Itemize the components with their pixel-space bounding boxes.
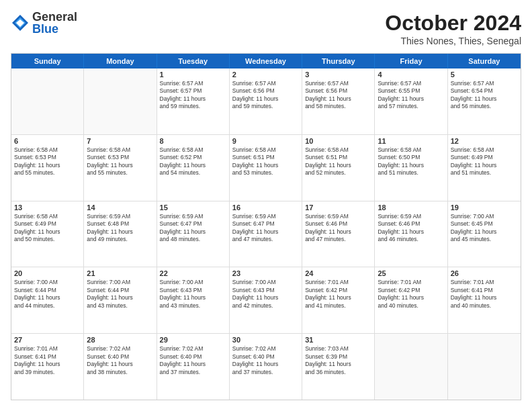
cell-info-line: Daylight: 11 hours (305, 361, 371, 368)
cell-info-line: Daylight: 11 hours (232, 95, 299, 103)
day-number: 25 (378, 269, 444, 277)
day-number: 5 (451, 71, 518, 79)
cell-info-line: and 58 minutes. (305, 103, 371, 110)
calendar-week-row: 13Sunrise: 6:58 AMSunset: 6:49 PMDayligh… (11, 201, 521, 268)
day-number: 29 (160, 336, 226, 344)
cell-info-line: Sunrise: 6:59 AM (87, 213, 153, 220)
cell-info-line: Sunrise: 7:00 AM (87, 279, 153, 286)
cell-info-line: and 38 minutes. (87, 369, 153, 376)
cell-info-line: and 51 minutes. (451, 169, 518, 177)
cell-info-line: Sunset: 6:49 PM (14, 220, 81, 228)
subtitle: Thies Nones, Thies, Senegal (385, 36, 521, 46)
cell-info-line: Daylight: 11 hours (232, 228, 299, 236)
day-number: 10 (305, 137, 371, 145)
calendar-cell: 15Sunrise: 6:59 AMSunset: 6:47 PMDayligh… (157, 201, 230, 267)
cell-info-line: Sunset: 6:45 PM (451, 220, 518, 228)
cell-info-line: Sunrise: 6:59 AM (160, 213, 226, 220)
day-number: 23 (232, 269, 299, 277)
cell-info-line: Daylight: 11 hours (378, 294, 444, 302)
calendar-cell: 21Sunrise: 7:00 AMSunset: 6:44 PMDayligh… (84, 267, 157, 333)
cell-info-line: Sunset: 6:40 PM (160, 353, 226, 361)
cell-info-line: and 54 minutes. (160, 169, 226, 177)
cell-info-line: Sunset: 6:49 PM (451, 154, 518, 161)
calendar-week-row: 1Sunrise: 6:57 AMSunset: 6:57 PMDaylight… (11, 68, 521, 135)
cell-info-line: Sunrise: 6:58 AM (378, 146, 444, 154)
calendar-cell: 9Sunrise: 6:58 AMSunset: 6:51 PMDaylight… (230, 135, 302, 201)
day-number: 21 (87, 269, 153, 277)
cell-info-line: Daylight: 11 hours (305, 228, 371, 236)
cell-info-line: Sunset: 6:51 PM (232, 154, 299, 161)
calendar-cell: 5Sunrise: 6:57 AMSunset: 6:54 PMDaylight… (448, 68, 521, 134)
calendar-cell: 28Sunrise: 7:02 AMSunset: 6:40 PMDayligh… (84, 334, 157, 400)
cell-info-line: Sunset: 6:52 PM (160, 154, 226, 161)
calendar-cell: 20Sunrise: 7:00 AMSunset: 6:44 PMDayligh… (11, 267, 84, 333)
day-number: 22 (160, 269, 226, 277)
cell-info-line: Daylight: 11 hours (14, 361, 81, 368)
calendar-cell: 12Sunrise: 6:58 AMSunset: 6:49 PMDayligh… (448, 135, 521, 201)
cell-info-line: Sunrise: 6:58 AM (160, 146, 226, 154)
cell-info-line: Daylight: 11 hours (160, 228, 226, 236)
cell-info-line: Sunset: 6:42 PM (305, 287, 371, 294)
calendar-body: 1Sunrise: 6:57 AMSunset: 6:57 PMDaylight… (11, 68, 521, 400)
calendar-cell: 31Sunrise: 7:03 AMSunset: 6:39 PMDayligh… (302, 334, 375, 400)
cell-info-line: Sunrise: 6:59 AM (232, 213, 299, 220)
cell-info-line: Sunrise: 6:58 AM (451, 146, 518, 154)
cell-info-line: Sunrise: 6:57 AM (451, 80, 518, 87)
day-number: 8 (160, 137, 226, 145)
cell-info-line: Sunset: 6:48 PM (87, 220, 153, 228)
calendar-cell: 17Sunrise: 6:59 AMSunset: 6:46 PMDayligh… (302, 201, 375, 267)
day-number: 17 (305, 203, 371, 212)
logo-general: General (32, 11, 77, 23)
cell-info-line: Sunset: 6:54 PM (451, 87, 518, 95)
day-number: 9 (232, 137, 299, 145)
cell-info-line: Sunrise: 7:02 AM (232, 345, 299, 353)
cell-info-line: Sunrise: 7:01 AM (451, 279, 518, 286)
day-number: 15 (160, 203, 226, 212)
weekday-header: Monday (84, 54, 157, 68)
cell-info-line: Sunset: 6:51 PM (305, 154, 371, 161)
calendar-cell (84, 68, 157, 134)
cell-info-line: Sunrise: 6:59 AM (305, 213, 371, 220)
day-number: 20 (14, 269, 81, 277)
header: General Blue October 2024 Thies Nones, T… (11, 11, 521, 46)
cell-info-line: Daylight: 11 hours (232, 162, 299, 169)
cell-info-line: Sunrise: 7:01 AM (14, 345, 81, 353)
cell-info-line: and 55 minutes. (87, 169, 153, 177)
cell-info-line: Sunset: 6:55 PM (378, 87, 444, 95)
cell-info-line: Sunrise: 6:58 AM (232, 146, 299, 154)
cell-info-line: Daylight: 11 hours (378, 228, 444, 236)
cell-info-line: and 48 minutes. (160, 236, 226, 243)
day-number: 13 (14, 203, 81, 212)
cell-info-line: Sunset: 6:53 PM (14, 154, 81, 161)
cell-info-line: Sunrise: 6:57 AM (378, 80, 444, 87)
cell-info-line: Sunrise: 6:58 AM (14, 146, 81, 154)
cell-info-line: and 55 minutes. (14, 169, 81, 177)
calendar-cell: 10Sunrise: 6:58 AMSunset: 6:51 PMDayligh… (302, 135, 375, 201)
calendar-cell (11, 68, 84, 134)
day-number: 4 (378, 71, 444, 79)
calendar-cell: 3Sunrise: 6:57 AMSunset: 6:56 PMDaylight… (302, 68, 375, 134)
calendar: SundayMondayTuesdayWednesdayThursdayFrid… (11, 53, 521, 400)
cell-info-line: and 56 minutes. (451, 103, 518, 110)
calendar-cell: 25Sunrise: 7:01 AMSunset: 6:42 PMDayligh… (375, 267, 447, 333)
cell-info-line: Sunrise: 6:57 AM (232, 80, 299, 87)
cell-info-line: and 36 minutes. (305, 369, 371, 376)
day-number: 19 (451, 203, 518, 212)
cell-info-line: Sunrise: 7:03 AM (305, 345, 371, 353)
cell-info-line: Sunrise: 7:00 AM (14, 279, 81, 286)
cell-info-line: Sunset: 6:47 PM (232, 220, 299, 228)
day-number: 2 (232, 71, 299, 79)
calendar-cell: 16Sunrise: 6:59 AMSunset: 6:47 PMDayligh… (230, 201, 302, 267)
day-number: 30 (232, 336, 299, 344)
cell-info-line: Sunset: 6:56 PM (305, 87, 371, 95)
calendar-week-row: 6Sunrise: 6:58 AMSunset: 6:53 PMDaylight… (11, 135, 521, 201)
calendar-cell: 30Sunrise: 7:02 AMSunset: 6:40 PMDayligh… (230, 334, 302, 400)
day-number: 18 (378, 203, 444, 212)
cell-info-line: and 43 minutes. (160, 302, 226, 310)
weekday-header: Sunday (11, 54, 84, 68)
calendar-cell (375, 334, 447, 400)
day-number: 12 (451, 137, 518, 145)
cell-info-line: Daylight: 11 hours (305, 95, 371, 103)
calendar-cell: 13Sunrise: 6:58 AMSunset: 6:49 PMDayligh… (11, 201, 84, 267)
cell-info-line: Sunset: 6:47 PM (160, 220, 226, 228)
